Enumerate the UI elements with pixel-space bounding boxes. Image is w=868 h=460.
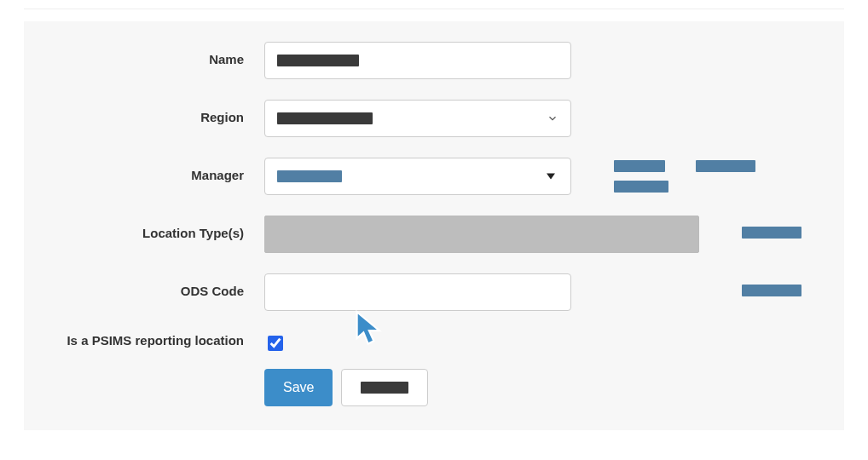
location-type-input[interactable] [264, 216, 699, 253]
save-button[interactable]: Save [264, 369, 333, 406]
manager-link-b[interactable] [614, 181, 668, 193]
name-input[interactable] [264, 42, 571, 79]
row-manager: Manager [51, 158, 817, 195]
cancel-button[interactable] [341, 369, 428, 406]
row-location-type: Location Type(s) [51, 216, 817, 253]
row-region: Region [51, 100, 817, 137]
label-name: Name [51, 42, 264, 68]
caret-down-icon [547, 174, 555, 180]
redacted-value [277, 55, 359, 66]
chevron-down-icon [547, 112, 558, 124]
label-psims: Is a PSIMS reporting location [51, 331, 264, 349]
row-name: Name [51, 42, 817, 79]
row-psims: Is a PSIMS reporting location [51, 331, 817, 354]
redacted-value [277, 170, 342, 182]
location-type-link[interactable] [742, 227, 801, 239]
top-divider [24, 9, 844, 9]
label-ods-code: ODS Code [51, 273, 264, 300]
label-location-type: Location Type(s) [51, 216, 264, 242]
row-ods-code: ODS Code [51, 273, 817, 311]
ods-code-input[interactable] [264, 273, 571, 311]
manager-links-stack [614, 160, 668, 193]
manager-select[interactable] [264, 158, 571, 195]
region-select[interactable] [264, 100, 571, 137]
redacted-value [277, 112, 373, 124]
ods-code-link[interactable] [742, 285, 801, 296]
psims-checkbox[interactable] [268, 336, 283, 351]
row-actions: Save [51, 369, 817, 406]
label-region: Region [51, 100, 264, 126]
label-manager: Manager [51, 158, 264, 184]
manager-link-c[interactable] [696, 160, 755, 172]
manager-link-a[interactable] [614, 160, 665, 172]
redacted-value [361, 382, 408, 394]
form-panel: Name Region Manager [24, 21, 844, 430]
